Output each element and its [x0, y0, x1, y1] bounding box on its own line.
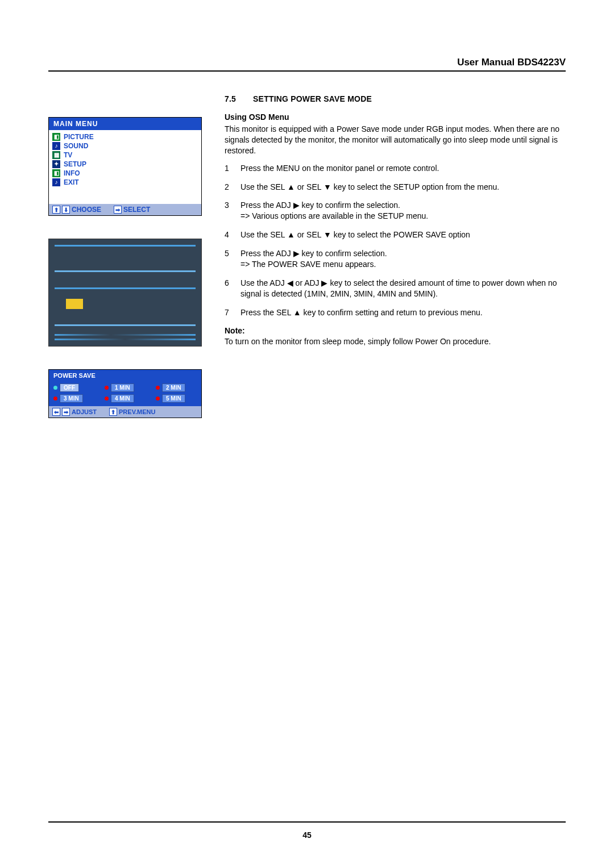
osd-menu-label: TV	[64, 151, 72, 159]
osd-menu-item: ♪EXIT	[51, 178, 199, 187]
step-number: 7	[225, 307, 233, 318]
step-number: 3	[225, 200, 233, 222]
step-text: Use the SEL ▲ or SEL ▼ key to select the…	[240, 229, 470, 240]
step-number: 1	[225, 163, 233, 174]
step-number: 4	[225, 229, 233, 240]
osd-menu-label: INFO	[64, 169, 80, 177]
ps-option-label: 2 MIN	[162, 383, 185, 392]
ps-option-label: 5 MIN	[162, 394, 185, 403]
osd-menu-label: PICTURE	[64, 133, 94, 141]
ps-option: 5 MIN	[156, 394, 197, 403]
setup-icon: ✦	[52, 160, 60, 168]
section-heading: 7.5 SETTING POWER SAVE MODE	[225, 94, 566, 103]
arrow-up-icon: ⬆	[52, 206, 60, 214]
step-text: Press the ADJ ▶ key to confirm selection…	[240, 248, 387, 270]
exit-icon: ♪	[52, 178, 60, 186]
radio-icon	[105, 397, 109, 400]
osd-main-menu-title: MAIN MENU	[49, 118, 201, 130]
note-label: Note:	[225, 326, 566, 335]
step-item: 3Press the ADJ ▶ key to confirm the sele…	[225, 200, 566, 222]
screenshot-image	[48, 239, 202, 347]
page-header: User Manual BDS4223V	[48, 57, 566, 72]
section-number: 7.5	[225, 94, 236, 103]
tv-icon: ▦	[52, 151, 60, 159]
osd-menu-label: SOUND	[64, 142, 88, 150]
osd-power-save-footer: ⬅ ➡ ADJUST ⬆ PREV.MENU	[49, 406, 201, 418]
section-title: SETTING POWER SAVE MODE	[253, 94, 372, 103]
step-item: 1Press the MENU on the monitor panel or …	[225, 163, 566, 174]
step-item: 5Press the ADJ ▶ key to confirm selectio…	[225, 248, 566, 270]
step-number: 2	[225, 182, 233, 193]
radio-icon	[105, 386, 109, 390]
osd-power-save: POWER SAVE OFF 1 MIN 2 MIN 3 MIN 4 MIN 5…	[48, 369, 202, 418]
ps-option: 2 MIN	[156, 383, 197, 392]
right-column: 7.5 SETTING POWER SAVE MODE Using OSD Me…	[225, 94, 566, 418]
ps-option: OFF	[53, 383, 94, 392]
page-number: 45	[0, 831, 614, 840]
radio-icon	[156, 386, 160, 390]
step-item: 2Use the SEL ▲ or SEL ▼ key to select th…	[225, 182, 566, 193]
osd-menu-label: EXIT	[64, 178, 79, 186]
osd-main-menu: MAIN MENU ◧PICTURE ♪SOUND ▦TV ✦SETUP ◧IN…	[48, 117, 202, 216]
osd-menu-item: ▦TV	[51, 151, 199, 160]
photo-wave	[55, 339, 196, 340]
note-text: To turn on the monitor from sleep mode, …	[225, 336, 566, 347]
left-column: MAIN MENU ◧PICTURE ♪SOUND ▦TV ✦SETUP ◧IN…	[48, 94, 202, 418]
ps-option: 4 MIN	[105, 394, 146, 403]
photo-highlight	[66, 299, 83, 309]
osd-power-save-options: OFF 1 MIN 2 MIN 3 MIN 4 MIN 5 MIN	[49, 381, 201, 406]
osd-power-save-title: POWER SAVE	[49, 370, 201, 381]
arrow-down-icon: ⬇	[62, 206, 70, 214]
footer-adjust-label: ADJUST	[72, 408, 97, 415]
radio-icon	[53, 397, 57, 400]
section-subhead: Using OSD Menu	[225, 112, 566, 122]
footer-prev-label: PREV.MENU	[119, 408, 155, 415]
steps-list: 1Press the MENU on the monitor panel or …	[225, 163, 566, 318]
section-intro: This monitor is equipped with a Power Sa…	[225, 124, 566, 156]
step-text: Press the MENU on the monitor panel or r…	[240, 163, 439, 174]
sound-icon: ♪	[52, 142, 60, 150]
info-icon: ◧	[52, 169, 60, 177]
content-area: MAIN MENU ◧PICTURE ♪SOUND ▦TV ✦SETUP ◧IN…	[48, 94, 566, 418]
step-item: 4Use the SEL ▲ or SEL ▼ key to select th…	[225, 229, 566, 240]
osd-menu-item: ♪SOUND	[51, 141, 199, 151]
footer-choose-label: CHOOSE	[72, 206, 101, 214]
arrow-left-icon: ⬅	[52, 408, 60, 416]
ps-option-label: 1 MIN	[111, 383, 134, 392]
step-text: Use the SEL ▲ or SEL ▼ key to select the…	[240, 182, 499, 193]
arrow-right-icon: ➡	[114, 206, 122, 214]
header-title: User Manual BDS4223V	[457, 57, 566, 68]
footer-rule	[48, 821, 566, 823]
step-number: 6	[225, 278, 233, 299]
arrow-up-icon: ⬆	[109, 408, 117, 416]
step-number: 5	[225, 248, 233, 270]
osd-main-menu-footer: ⬆ ⬇ CHOOSE ➡ SELECT	[49, 204, 201, 215]
ps-option: 3 MIN	[53, 394, 94, 403]
step-text: Use the ADJ ◀ or ADJ ▶ key to select the…	[240, 278, 566, 299]
osd-main-menu-items: ◧PICTURE ♪SOUND ▦TV ✦SETUP ◧INFO ♪EXIT	[49, 130, 201, 204]
osd-menu-item: ◧PICTURE	[51, 132, 199, 141]
footer-select-label: SELECT	[123, 206, 150, 214]
step-text: Press the SEL ▲ key to confirm setting a…	[240, 307, 483, 318]
picture-icon: ◧	[52, 133, 60, 141]
ps-option: 1 MIN	[105, 383, 146, 392]
radio-selected-icon	[53, 386, 57, 390]
ps-option-label: 3 MIN	[60, 394, 83, 403]
ps-option-label: 4 MIN	[111, 394, 134, 403]
osd-menu-label: SETUP	[64, 160, 86, 168]
step-item: 6Use the ADJ ◀ or ADJ ▶ key to select th…	[225, 278, 566, 299]
radio-icon	[156, 397, 160, 400]
photo-wave	[55, 334, 196, 336]
osd-menu-item: ◧INFO	[51, 169, 199, 178]
arrow-right-icon: ➡	[62, 408, 70, 416]
ps-option-label: OFF	[60, 383, 79, 392]
step-item: 7Press the SEL ▲ key to confirm setting …	[225, 307, 566, 318]
step-text: Press the ADJ ▶ key to confirm the selec…	[240, 200, 428, 222]
osd-menu-item: ✦SETUP	[51, 160, 199, 169]
